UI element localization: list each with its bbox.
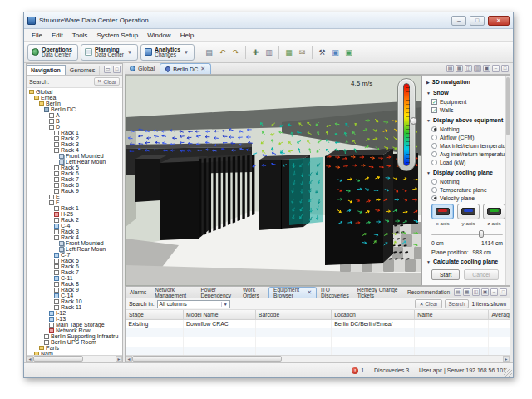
tab-ito-discoveries[interactable]: ITO Discoveries — [317, 287, 353, 298]
camera-icon[interactable]: ▣ — [481, 288, 489, 296]
search-button[interactable]: Search — [445, 299, 470, 308]
chevron-down-icon[interactable]: ▼ — [184, 50, 189, 55]
menu-window[interactable]: Window — [143, 31, 175, 40]
minimize-icon[interactable]: – — [490, 288, 498, 296]
velocity-colorbar[interactable] — [397, 78, 416, 171]
tab-remedy-change-tickets[interactable]: Remedy Change Tickets — [353, 287, 403, 298]
redo-icon[interactable]: ↷ — [230, 47, 241, 57]
minimize-button[interactable]: – — [451, 16, 466, 26]
tree-item-f[interactable]: F — [27, 200, 122, 205]
section-calculate-cooling-plane[interactable]: ▼Calculate cooling plane — [422, 255, 510, 266]
tree-item-c-4[interactable]: C-4 — [27, 223, 122, 229]
tab-navigation[interactable]: Navigation — [27, 65, 66, 75]
checkbox-equipment[interactable]: ✓Equipment — [422, 97, 510, 106]
table-row[interactable]: ExistingDownflow CRACBerlin DC/Berlin/Em… — [126, 319, 510, 328]
tree-hscroll-thumb[interactable] — [33, 356, 83, 362]
scroll-right-icon[interactable]: ► — [116, 356, 122, 362]
tree-item-rack-2[interactable]: Rack 2 — [27, 217, 122, 223]
error-indicator[interactable]: ! 1 — [352, 367, 364, 374]
axis-button-x-axis[interactable] — [431, 204, 454, 219]
close-button[interactable]: ✕ — [488, 16, 510, 26]
slider-thumb[interactable] — [479, 230, 484, 238]
axis-button-y-axis[interactable] — [457, 204, 480, 219]
tree-item-d[interactable]: D — [27, 124, 122, 130]
tab-equipment-browser[interactable]: Equipment Browser✕ — [268, 287, 317, 298]
table-row[interactable] — [126, 347, 510, 355]
colorbar-knob[interactable] — [410, 117, 417, 125]
perspective-operations[interactable]: OperationsData Center — [27, 44, 78, 61]
tools-icon[interactable]: ⚒ — [317, 47, 328, 57]
section-display-cooling-plane[interactable]: ▼Display cooling plane — [422, 166, 510, 177]
export-icon[interactable]: ◫ — [472, 288, 480, 296]
tree-item-i-13[interactable]: I-13 — [27, 316, 122, 322]
column-header-stage[interactable]: Stage — [126, 310, 184, 319]
tree-item-rack-7[interactable]: Rack 7 — [27, 176, 122, 182]
resize-grip[interactable] — [504, 368, 512, 377]
tree-item-rack-7[interactable]: Rack 7 — [27, 269, 122, 275]
tree-item-berlin-supporting-infrastru[interactable]: Berlin Supporting Infrastru — [27, 333, 122, 339]
tree-item-berlin[interactable]: Berlin — [27, 101, 122, 106]
table-row[interactable] — [126, 328, 510, 337]
radio-airflow-cfm[interactable]: Airflow (CFM) — [422, 133, 510, 141]
columns-icon[interactable]: ▦ — [463, 288, 470, 296]
equipment-table[interactable]: StageModel NameBarcodeLocationNameAverag… — [126, 310, 510, 355]
mail-icon[interactable]: ✉ — [297, 47, 308, 57]
search-column-select[interactable]: All columns ▼ — [157, 300, 230, 308]
tree-item-rack-5[interactable]: Rack 5 — [27, 258, 122, 264]
close-tab-icon[interactable]: ✕ — [200, 66, 205, 72]
options-scroll-thumb[interactable] — [506, 77, 510, 135]
menu-help[interactable]: Help — [176, 31, 198, 40]
checkbox-walls[interactable]: ✓Walls — [422, 106, 510, 114]
tree-item-rack-1[interactable]: Rack 1 — [27, 205, 122, 211]
table-hscrollbar[interactable]: ◄ ► — [126, 355, 510, 362]
3d-viewport[interactable]: 4.5 m/s — [125, 75, 421, 286]
tree-item-rack-8[interactable]: Rack 8 — [27, 281, 122, 287]
tab-work-orders[interactable]: Work Orders — [239, 287, 268, 298]
tree-item-rack-8[interactable]: Rack 8 — [27, 182, 122, 188]
perspective-analytics[interactable]: AnalyticsChanges▼ — [140, 44, 195, 61]
tree-item-h-25[interactable]: H-25 — [27, 211, 122, 217]
column-header-barcode[interactable]: Barcode — [255, 310, 331, 319]
perspective-planning[interactable]: PlanningData Center▼ — [81, 44, 138, 61]
split-view-icon[interactable]: ◫ — [465, 65, 472, 72]
tree-item-rack-3[interactable]: Rack 3 — [27, 141, 122, 147]
column-header-name[interactable]: Name — [415, 310, 489, 319]
radio-nothing[interactable]: Nothing — [422, 177, 510, 185]
tree-item-left-rear-moun[interactable]: Left Rear Moun — [27, 246, 122, 252]
discoveries-label[interactable]: Discoveries 3 — [374, 367, 409, 373]
tree-item-global[interactable]: Global — [27, 89, 122, 95]
tree-item-rack-4[interactable]: Rack 4 — [27, 234, 122, 240]
axis-button-z-axis[interactable] — [483, 204, 505, 219]
tree-item-rack-3[interactable]: Rack 3 — [27, 229, 122, 234]
tab-global[interactable]: Global — [125, 63, 160, 74]
tree-item-c-7[interactable]: C-7 — [27, 252, 122, 258]
copy-icon[interactable]: ▥ — [264, 47, 274, 57]
radio-temperature-plane[interactable]: Temperature plane — [422, 185, 510, 194]
radio-max-inlet-return-temperature[interactable]: Max inlet/return temperature — [422, 141, 510, 150]
tree-item-c-11[interactable]: C-11 — [27, 275, 122, 281]
tab-power-dependency[interactable]: Power Dependency — [197, 287, 239, 298]
tree-hscrollbar[interactable]: ◄ ► — [27, 355, 122, 362]
radio-velocity-plane[interactable]: Velocity plane — [422, 194, 510, 202]
tree-item-rack-10[interactable]: Rack 10 — [27, 298, 122, 304]
doc-green-icon[interactable]: ▣ — [343, 47, 354, 57]
tree-item-rack-11[interactable]: Rack 11 — [27, 304, 122, 310]
tab-network-management[interactable]: Network Management — [150, 287, 196, 298]
radio-nothing[interactable]: Nothing — [422, 125, 510, 133]
maximize-button[interactable]: □ — [470, 16, 485, 26]
tree-item-left-rear-moun[interactable]: Left Rear Moun — [27, 159, 122, 165]
tree-item-front-mounted[interactable]: Front Mounted — [27, 240, 122, 246]
tree-item-paris[interactable]: Paris — [27, 345, 122, 351]
save-icon[interactable]: ▤ — [204, 47, 214, 57]
tree-item-front-mounted[interactable]: Front Mounted — [27, 153, 122, 159]
scroll-right-icon[interactable]: ► — [503, 356, 510, 362]
menu-edit[interactable]: Edit — [47, 31, 67, 40]
tree-item-rack-9[interactable]: Rack 9 — [27, 287, 122, 293]
tree-item-rack-6[interactable]: Rack 6 — [27, 264, 122, 269]
section-3d-navigation[interactable]: ▶3D navigation — [422, 76, 510, 86]
radio-avg-inlet-return-temperature[interactable]: Avg inlet/return temperature — [422, 150, 510, 158]
undo-icon[interactable]: ↶ — [217, 47, 228, 57]
tab-recommendation[interactable]: Recommendation — [403, 287, 454, 298]
layers-icon[interactable]: ▤ — [446, 65, 454, 72]
table-row[interactable] — [126, 337, 510, 347]
